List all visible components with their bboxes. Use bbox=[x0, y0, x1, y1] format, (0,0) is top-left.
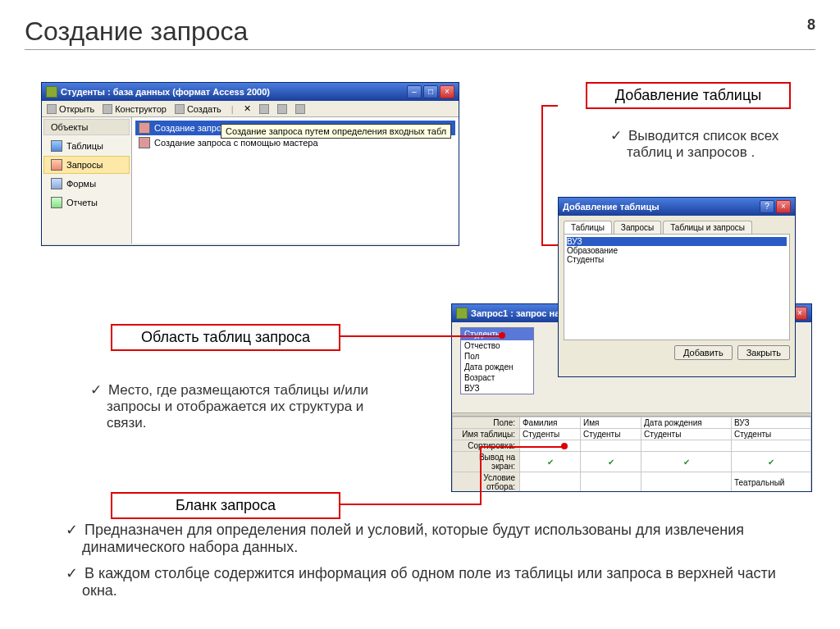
tooltip: Создание запроса путем определения входн… bbox=[221, 124, 451, 139]
sidebar-forms[interactable]: Формы bbox=[43, 175, 130, 193]
callout-query-area: Область таблиц запроса bbox=[111, 324, 340, 351]
list-item[interactable]: Студенты bbox=[567, 255, 787, 264]
help-button[interactable]: ? bbox=[760, 200, 774, 213]
callout-add-table: Добавление таблицы bbox=[586, 82, 791, 109]
field-list-header: Студенты bbox=[461, 328, 533, 340]
grid-checkbox[interactable]: ✔ bbox=[731, 452, 810, 472]
db-toolbar: Открыть Конструктор Создать | ✕ bbox=[42, 101, 459, 117]
toolbar-delete[interactable]: ✕ bbox=[244, 103, 251, 114]
grid-label-criteria: Условие отбора: bbox=[453, 472, 520, 492]
grid-cell[interactable]: ВУЗ bbox=[731, 417, 810, 429]
title-underline bbox=[25, 49, 815, 50]
access-db-window: Студенты : база данных (формат Access 20… bbox=[41, 82, 459, 246]
bullet-query-form: Предназначен для определения полей и усл… bbox=[66, 521, 788, 608]
field-item[interactable]: Дата рожден bbox=[461, 362, 533, 372]
grid-cell[interactable] bbox=[731, 440, 810, 452]
sidebar-reports[interactable]: Отчеты bbox=[43, 194, 130, 212]
app-icon bbox=[46, 86, 57, 98]
sidebar-queries[interactable]: Запросы bbox=[43, 156, 130, 174]
grid-checkbox[interactable]: ✔ bbox=[520, 452, 581, 472]
grid-cell[interactable] bbox=[520, 472, 581, 492]
callout-query-form: Бланк запроса bbox=[111, 492, 340, 519]
grid-cell[interactable]: Дата рождения bbox=[641, 417, 732, 429]
field-list[interactable]: Студенты Отчество Пол Дата рожден Возрас… bbox=[460, 327, 534, 394]
grid-checkbox[interactable]: ✔ bbox=[641, 452, 732, 472]
toolbar-create[interactable]: Создать bbox=[175, 104, 221, 114]
toolbar-design[interactable]: Конструктор bbox=[103, 104, 167, 114]
db-title: Студенты : база данных (формат Access 20… bbox=[61, 87, 407, 97]
tab-queries[interactable]: Запросы bbox=[614, 221, 661, 234]
sidebar-tables[interactable]: Таблицы bbox=[43, 137, 130, 155]
grid-cell[interactable] bbox=[581, 472, 641, 492]
list-item[interactable]: Образование bbox=[567, 246, 787, 255]
grid-cell[interactable] bbox=[581, 440, 641, 452]
grid-cell[interactable] bbox=[641, 472, 732, 492]
field-item[interactable]: Возраст bbox=[461, 372, 533, 383]
toolbar-view3[interactable] bbox=[295, 104, 305, 114]
objects-header: Объекты bbox=[43, 119, 130, 135]
field-item[interactable]: Пол bbox=[461, 351, 533, 362]
maximize-button[interactable]: □ bbox=[423, 85, 438, 98]
grid-cell[interactable]: Театральный bbox=[731, 472, 810, 492]
field-item[interactable]: ВУЗ bbox=[461, 383, 533, 394]
add-table-dialog: Добавление таблицы ? × Таблицы Запросы Т… bbox=[558, 197, 796, 377]
grid-cell[interactable]: Студенты bbox=[581, 429, 641, 440]
addtable-list[interactable]: ВУЗ Образование Студенты bbox=[564, 234, 790, 340]
field-item[interactable]: Отчество bbox=[461, 340, 533, 351]
grid-cell[interactable]: Студенты bbox=[520, 429, 581, 440]
bullet-add-table: Выводится список всех таблиц и запросов … bbox=[610, 127, 815, 161]
grid-label-field: Поле: bbox=[453, 417, 520, 429]
tab-both[interactable]: Таблицы и запросы bbox=[663, 221, 752, 234]
addtable-title: Добавление таблицы bbox=[563, 202, 760, 212]
addtable-tabs: Таблицы Запросы Таблицы и запросы bbox=[559, 216, 795, 234]
grid-label-table: Имя таблицы: bbox=[453, 429, 520, 440]
toolbar-view1[interactable] bbox=[259, 104, 269, 114]
grid-cell[interactable] bbox=[641, 440, 732, 452]
db-sidebar: Объекты Таблицы Запросы Формы Отчеты bbox=[42, 117, 132, 244]
bullet-query-area: Место, где размещаются таблицы и/или зап… bbox=[90, 381, 369, 431]
db-content: Создание запроса в режиме конструктора С… bbox=[132, 117, 459, 244]
slide-title: Создание запроса bbox=[25, 16, 248, 47]
grid-checkbox[interactable]: ✔ bbox=[581, 452, 641, 472]
grid-cell[interactable]: Студенты bbox=[641, 429, 732, 440]
page-number: 8 bbox=[807, 16, 815, 34]
addtable-titlebar[interactable]: Добавление таблицы ? × bbox=[559, 198, 795, 216]
grid-cell[interactable]: Студенты bbox=[731, 429, 810, 440]
close-button[interactable]: × bbox=[440, 85, 454, 98]
minimize-button[interactable]: – bbox=[407, 85, 422, 98]
db-titlebar[interactable]: Студенты : база данных (формат Access 20… bbox=[42, 83, 459, 101]
toolbar-view2[interactable] bbox=[277, 104, 287, 114]
grid-cell[interactable]: Имя bbox=[581, 417, 641, 429]
query-grid[interactable]: Поле: Фамилия Имя Дата рождения ВУЗ Имя … bbox=[452, 417, 811, 491]
close-button[interactable]: × bbox=[776, 200, 791, 213]
grid-cell[interactable]: Фамилия bbox=[520, 417, 581, 429]
add-button[interactable]: Добавить bbox=[674, 345, 733, 360]
close-dialog-button[interactable]: Закрыть bbox=[737, 345, 790, 360]
toolbar-open[interactable]: Открыть bbox=[47, 104, 94, 114]
tab-tables[interactable]: Таблицы bbox=[564, 221, 612, 234]
grid-label-show: Вывод на экран: bbox=[453, 452, 520, 472]
list-item[interactable]: ВУЗ bbox=[567, 237, 787, 246]
query-icon bbox=[456, 308, 468, 319]
